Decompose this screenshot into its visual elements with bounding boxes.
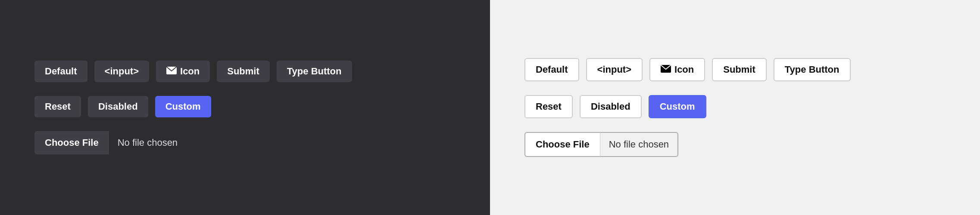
envelope-icon	[166, 66, 177, 77]
light-choose-file-button[interactable]: Choose File	[524, 132, 600, 157]
light-row-1: Default <input> Icon Submit Type Button	[524, 58, 851, 81]
light-submit-button[interactable]: Submit	[712, 58, 767, 81]
light-default-button[interactable]: Default	[524, 58, 579, 81]
light-custom-button[interactable]: Custom	[649, 95, 706, 118]
light-reset-button[interactable]: Reset	[524, 95, 573, 118]
dark-file-input-row: Choose File No file chosen	[34, 131, 186, 154]
light-file-input-row: Choose File No file chosen	[524, 132, 678, 157]
dark-custom-button[interactable]: Custom	[155, 96, 211, 117]
dark-no-file-label: No file chosen	[109, 131, 186, 154]
dark-reset-button[interactable]: Reset	[34, 96, 81, 117]
light-no-file-label: No file chosen	[600, 132, 678, 157]
light-panel: Default <input> Icon Submit Type Button …	[490, 0, 980, 215]
dark-icon-button[interactable]: Icon	[156, 61, 210, 82]
dark-row-2: Reset Disabled Custom	[34, 96, 211, 117]
light-icon-button[interactable]: Icon	[649, 58, 705, 81]
light-icon-button-label: Icon	[674, 64, 694, 75]
light-input-button[interactable]: <input>	[586, 58, 643, 81]
light-row-2: Reset Disabled Custom	[524, 95, 706, 118]
dark-panel: Default <input> Icon Submit Type Button …	[0, 0, 490, 215]
dark-submit-button[interactable]: Submit	[217, 61, 270, 82]
light-type-button-button[interactable]: Type Button	[774, 58, 851, 81]
dark-choose-file-button[interactable]: Choose File	[34, 131, 109, 154]
envelope-icon-light	[661, 64, 671, 75]
dark-type-button-button[interactable]: Type Button	[277, 61, 352, 82]
dark-row-1: Default <input> Icon Submit Type Button	[34, 61, 352, 82]
dark-default-button[interactable]: Default	[34, 61, 87, 82]
light-disabled-button[interactable]: Disabled	[580, 95, 642, 118]
dark-icon-button-label: Icon	[180, 66, 200, 77]
dark-input-button[interactable]: <input>	[94, 61, 149, 82]
dark-disabled-button[interactable]: Disabled	[88, 96, 148, 117]
